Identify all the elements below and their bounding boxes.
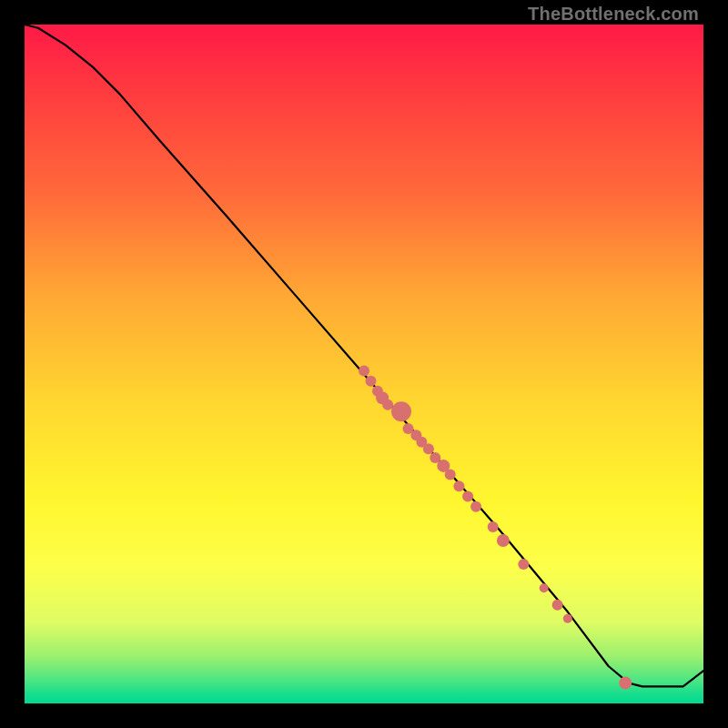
data-point — [366, 376, 377, 387]
data-point — [423, 443, 434, 454]
data-point — [437, 460, 450, 472]
data-point — [453, 480, 464, 491]
data-point — [372, 386, 383, 397]
data-point — [403, 423, 414, 434]
data-points-group — [359, 366, 632, 690]
attribution-label: TheBottleneck.com — [528, 4, 699, 25]
data-point — [430, 452, 440, 463]
data-point — [382, 399, 393, 410]
data-point — [359, 366, 369, 377]
data-point — [552, 600, 563, 611]
chart-root: TheBottleneck.com — [0, 0, 728, 728]
data-point — [376, 391, 389, 404]
data-point — [488, 521, 499, 532]
data-point — [497, 534, 510, 547]
data-point — [445, 470, 456, 480]
data-point — [619, 677, 632, 690]
data-point — [410, 430, 421, 440]
bottleneck-curve — [25, 25, 703, 686]
plot-area — [25, 25, 703, 703]
data-point — [518, 559, 529, 570]
data-point — [470, 501, 481, 512]
chart-overlay — [25, 25, 703, 703]
data-point — [416, 437, 427, 448]
data-point — [563, 614, 572, 623]
data-point — [462, 491, 473, 502]
data-point — [540, 583, 549, 592]
data-point — [391, 401, 411, 421]
